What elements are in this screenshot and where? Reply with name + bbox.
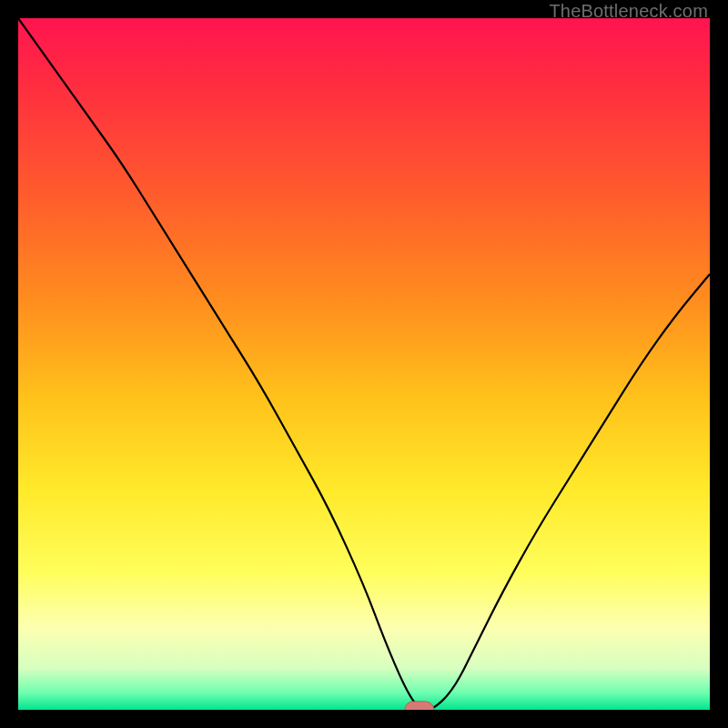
chart-frame: [18, 18, 710, 710]
bottleneck-chart: [18, 18, 710, 710]
chart-background: [18, 18, 710, 710]
watermark-text: TheBottleneck.com: [549, 1, 708, 22]
optimum-marker: [405, 702, 434, 710]
